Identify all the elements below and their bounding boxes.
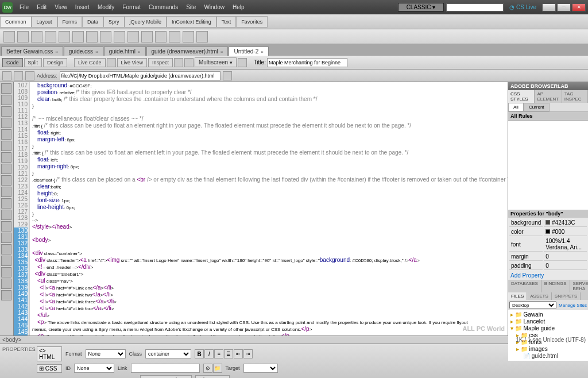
doc-tab[interactable]: Untitled-2× (229, 47, 268, 56)
anchor-icon[interactable] (31, 31, 42, 43)
outdent-icon[interactable] (1, 221, 11, 232)
server-behaviors-tab[interactable]: SERVER BEHA (570, 280, 589, 292)
script-icon[interactable] (169, 31, 180, 43)
hyperlink-icon[interactable] (3, 31, 15, 43)
target-select[interactable] (243, 364, 278, 373)
comment-icon[interactable] (141, 31, 153, 43)
auto-indent-icon[interactable] (1, 187, 11, 197)
link-folder-icon[interactable]: 📁 (213, 364, 222, 373)
browser-preview-icon[interactable] (238, 58, 247, 67)
check-icon[interactable] (107, 58, 116, 67)
insert-tab-favorites[interactable]: Favorites (236, 16, 268, 28)
move-css-icon[interactable] (1, 290, 11, 300)
ssi-icon[interactable] (127, 31, 139, 43)
browserlab-panel[interactable]: ADOBE BROWSERLAB (508, 82, 588, 90)
menu-site[interactable]: Site (183, 3, 199, 11)
manage-sites-link[interactable]: Manage Sites (559, 303, 587, 308)
add-property-link[interactable]: Add Property (508, 271, 588, 280)
bold-button[interactable]: B (195, 349, 204, 358)
head-icon[interactable] (155, 31, 167, 43)
table-icon[interactable] (45, 31, 56, 43)
open-docs-icon[interactable] (1, 83, 11, 94)
select-parent-icon[interactable] (1, 118, 11, 128)
image-icon[interactable] (72, 31, 84, 43)
go-icon[interactable] (223, 71, 232, 80)
css-current-button[interactable]: Current (524, 103, 550, 111)
multiscreen-button[interactable]: Multiscreen ▾ (195, 57, 237, 67)
home-icon[interactable] (25, 71, 34, 80)
menu-window[interactable]: Window (200, 3, 228, 11)
close-tab-icon[interactable]: × (261, 49, 264, 55)
doc-tab[interactable]: guide (dreamweaver).html× (146, 47, 229, 56)
highlight-invalid-icon[interactable] (1, 152, 11, 163)
tag-inspector-tab[interactable]: TAG INSPEC (562, 90, 588, 103)
assets-tab[interactable]: ASSETS (527, 292, 552, 300)
cslive-button[interactable]: ◔ CS Live (506, 4, 540, 10)
wrap-tag-icon[interactable] (1, 267, 11, 277)
tag-selector[interactable]: <body> (2, 337, 21, 343)
insert-tab-jquery[interactable]: jQuery Mobile (125, 16, 167, 28)
widget-icon[interactable] (100, 31, 111, 43)
insert-tab-layout[interactable]: Layout (32, 16, 57, 28)
line-numbers-icon[interactable] (1, 141, 11, 151)
css-rules-tree[interactable]: </div><div class="">- body</div><div cla… (508, 121, 588, 210)
collapse-icon[interactable] (1, 95, 11, 105)
page-title-input[interactable] (267, 58, 347, 67)
insert-tab-forms[interactable]: Forms (57, 16, 83, 28)
class-select[interactable]: container (145, 349, 191, 358)
css-properties-table[interactable]: background #42413Ccolor #000font100%/1.4… (508, 218, 588, 271)
menu-view[interactable]: View (51, 3, 71, 11)
forward-icon[interactable] (14, 71, 23, 80)
format-select[interactable]: None (86, 349, 126, 358)
menu-modify[interactable]: Modify (94, 3, 118, 11)
indent-button[interactable]: ⇥ (243, 349, 253, 358)
menu-help[interactable]: Help (229, 3, 248, 11)
site-selector[interactable]: Desktop (509, 301, 556, 309)
view-split-button[interactable]: Split (24, 58, 42, 67)
maximize-button[interactable]: ▭ (557, 3, 571, 11)
recent-snippets-icon[interactable] (1, 279, 11, 289)
doc-tab[interactable]: guide.html× (104, 47, 146, 56)
menu-file[interactable]: File (16, 3, 32, 11)
live-code-button[interactable]: Live Code (74, 58, 106, 67)
outdent-button[interactable]: ⇤ (234, 349, 243, 358)
view-code-button[interactable]: Code (2, 58, 23, 67)
expand-icon[interactable] (1, 106, 11, 117)
page-properties-button[interactable]: Page Properties... (140, 375, 192, 378)
format-source-icon[interactable] (1, 233, 11, 243)
close-button[interactable]: ✕ (572, 3, 586, 11)
view-design-button[interactable]: Design (43, 58, 67, 67)
syntax-color-icon[interactable] (1, 175, 11, 186)
apply-comment-icon[interactable] (1, 244, 11, 254)
minimize-button[interactable]: — (542, 3, 556, 11)
link-input[interactable] (131, 364, 200, 373)
ap-elements-tab[interactable]: AP ELEMENT (535, 90, 562, 103)
snippets-tab[interactable]: SNIPPETS (552, 292, 581, 300)
link-browse-icon[interactable]: ⊙ (203, 364, 212, 373)
css-styles-tab[interactable]: CSS STYLES (508, 90, 535, 103)
balance-braces-icon[interactable] (1, 129, 11, 140)
menu-insert[interactable]: Insert (72, 3, 93, 11)
media-icon[interactable] (86, 31, 98, 43)
workspace-switcher[interactable]: CLASSIC ▾ (398, 3, 444, 11)
refresh-icon[interactable] (174, 58, 183, 67)
live-view-button[interactable]: Live View (117, 58, 147, 67)
indent-icon[interactable] (1, 210, 11, 220)
close-tab-icon[interactable]: × (55, 49, 58, 55)
bindings-tab[interactable]: BINDINGS (541, 280, 570, 292)
doc-tab[interactable]: Better Gawain.css× (1, 47, 63, 56)
templates-icon[interactable] (183, 31, 194, 43)
insert-tab-incontext[interactable]: InContext Editing (167, 16, 216, 28)
ol-button[interactable]: ≣ (224, 349, 233, 358)
ul-button[interactable]: ≡ (214, 349, 223, 358)
css-all-button[interactable]: All (508, 103, 524, 111)
close-tab-icon[interactable]: × (138, 49, 141, 55)
files-tab[interactable]: FILES (508, 292, 527, 300)
tag-chooser-icon[interactable] (196, 31, 208, 43)
address-input[interactable] (60, 71, 220, 80)
menu-edit[interactable]: Edit (33, 3, 50, 11)
menu-format[interactable]: Format (119, 3, 144, 11)
back-icon[interactable] (2, 71, 11, 80)
insert-tab-text[interactable]: Text (216, 16, 237, 28)
insert-tab-common[interactable]: Common (0, 16, 32, 28)
